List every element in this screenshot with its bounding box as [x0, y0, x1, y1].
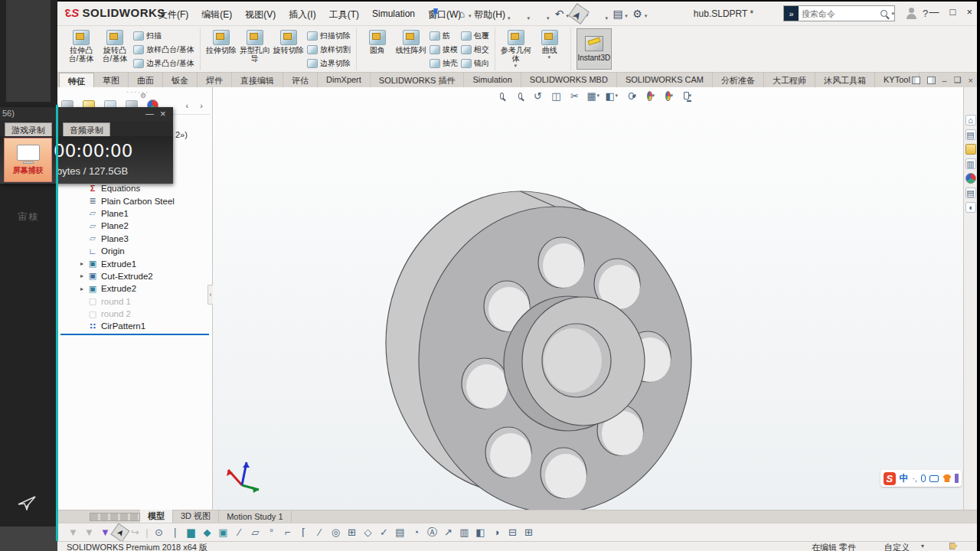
command-search[interactable]: » ▾ [783, 5, 895, 21]
tree-item[interactable]: ▸ ▣ Extrude2 [57, 282, 212, 295]
doc-restore-button[interactable]: ❏ [954, 75, 962, 85]
tree-item-label[interactable]: round 1 [101, 297, 131, 306]
tree-item[interactable]: ▱ Plane1 [57, 207, 212, 220]
status-caret-icon[interactable]: ▾ [921, 543, 924, 549]
search-icon[interactable] [880, 10, 887, 17]
rebuild-icon[interactable]: ▾ [591, 5, 609, 23]
ribbon-small-button[interactable]: 放样切割 [307, 43, 351, 57]
sketch-tool-icon[interactable]: ➤ [110, 523, 129, 542]
sketch-tool-icon[interactable]: ◇ [360, 527, 376, 538]
tree-item-label[interactable]: CirPattern1 [101, 321, 145, 331]
pane-right-icon[interactable] [927, 77, 936, 84]
appearances-icon[interactable] [965, 173, 976, 184]
ribbon-tab[interactable]: 特征 [59, 73, 94, 87]
ribbon-small-button[interactable]: 包覆 [461, 29, 489, 43]
select-cursor-icon[interactable]: ➤▾ [571, 6, 589, 21]
close-button[interactable]: × [966, 6, 972, 18]
graphics-viewport[interactable]: ↺ ◫ ✂ ▦▾ ◧▾ ▾ ▾ ▾ ▾ [213, 87, 963, 511]
sketch-tool-icon[interactable]: ✓ [376, 527, 392, 538]
tree-item[interactable]: ▱ Plane2 [57, 220, 212, 232]
sketch-tool-icon[interactable]: ◑ [488, 527, 505, 538]
sketch-tool-icon[interactable]: ⌐ [279, 527, 296, 538]
tree-item[interactable]: ≣ Plain Carbon Steel [57, 194, 212, 207]
tab-model[interactable]: 模型 [140, 510, 173, 523]
recorder-minimize-button[interactable]: — [145, 109, 154, 118]
sketch-tool-icon[interactable]: ∕ [312, 527, 328, 538]
ribbon-small-button[interactable]: 相交 [461, 43, 489, 57]
ribbon-tab[interactable]: 草图 [94, 73, 129, 87]
tab-motion-study[interactable]: Motion Study 1 [219, 511, 291, 523]
menu-item[interactable]: 工具(T) [329, 8, 359, 21]
keyboard-icon[interactable] [929, 475, 939, 482]
doc-close-button[interactable]: × [969, 76, 973, 85]
sketch-tool-icon[interactable]: ⊞ [344, 527, 360, 538]
ribbon-small-button[interactable]: 拔模 [430, 43, 458, 57]
resources-icon[interactable]: ▤ [965, 129, 976, 140]
ribbon-small-button[interactable]: 放样凸台/基体 [133, 43, 194, 57]
options-list-icon[interactable]: ▤▾ [610, 6, 628, 21]
sketch-tool-icon[interactable]: ◆ [199, 527, 215, 538]
tree-item-label[interactable]: Plain Carbon Steel [101, 197, 175, 206]
help-button[interactable]: ? [923, 8, 928, 19]
screen-capture-button[interactable]: 屏幕捕获 [4, 138, 52, 182]
doc-minimize-button[interactable]: – [942, 76, 947, 85]
sketch-tool-icon[interactable]: | [143, 527, 151, 538]
ribbon-small-button[interactable]: 边界凸台/基体 [133, 57, 194, 70]
microphone-icon[interactable] [921, 474, 926, 482]
ribbon-tab[interactable]: Simulation [464, 73, 521, 87]
skin-icon[interactable] [942, 474, 951, 482]
tree-item-label[interactable]: Extrude2 [101, 284, 136, 293]
recorder-close-button[interactable]: × [160, 108, 166, 119]
sketch-tool-icon[interactable]: ° [263, 527, 279, 538]
tab-3d-views[interactable]: 3D 视图 [173, 510, 219, 523]
minimize-button[interactable]: — [929, 6, 939, 18]
menu-item[interactable]: 文件(F) [158, 8, 188, 21]
ribbon-tab[interactable]: 钣金 [163, 73, 198, 87]
ribbon-small-button[interactable]: 边界切除 [307, 57, 351, 70]
sketch-tool-icon[interactable]: ◔ [408, 527, 424, 538]
open-file-icon[interactable]: ▾ [493, 5, 511, 23]
sketch-tool-icon[interactable]: ▆ [183, 527, 199, 538]
menu-item[interactable]: 编辑(E) [201, 8, 232, 21]
ribbon-small-button[interactable]: 镜向 [461, 57, 489, 70]
instant3d-toggle[interactable]: Instant3D [577, 28, 612, 70]
settings-gear-icon[interactable]: ⚙▾ [630, 6, 648, 21]
ribbon-big-button[interactable]: 参考几何体▾ [500, 28, 532, 69]
sketch-tool-icon[interactable]: ⊞ [521, 527, 537, 538]
tree-item[interactable]: ▱ Plane3 [57, 233, 212, 245]
sketch-tool-icon[interactable]: ↗ [440, 527, 456, 538]
ribbon-tab[interactable]: 曲面 [129, 73, 163, 87]
tree-item[interactable]: ▢ round 1 [57, 295, 212, 308]
print-icon[interactable]: ▾ [532, 5, 550, 23]
save-icon[interactable]: ▾ [513, 5, 531, 23]
forum-icon[interactable]: ◖ [965, 202, 976, 213]
design-library-icon[interactable] [965, 144, 976, 155]
tree-item-label[interactable]: Plane3 [101, 234, 129, 243]
sketch-tool-icon[interactable]: ⊟ [505, 527, 521, 538]
pin-menu-icon[interactable] [431, 8, 440, 18]
search-caret[interactable]: ▾ [891, 11, 894, 17]
ribbon-small-button[interactable]: 抽壳 [430, 57, 458, 70]
sketch-tool-icon[interactable]: ▼ [65, 527, 81, 538]
sketch-tool-icon[interactable]: ↪ [127, 527, 143, 538]
file-explorer-icon[interactable]: ▥ [965, 158, 976, 169]
ribbon-big-button[interactable]: 拉伸切除 [205, 28, 237, 63]
new-file-icon[interactable]: ▾ [474, 5, 492, 23]
sketch-tool-icon[interactable]: ▤ [392, 527, 408, 538]
sogou-logo-icon[interactable]: S [884, 472, 896, 485]
sketch-tool-icon[interactable]: ⌈ [296, 527, 312, 538]
ribbon-tab[interactable]: 焊件 [198, 73, 232, 87]
tree-item[interactable]: ▸ ▣ Cut-Extrude2 [57, 270, 212, 282]
ribbon-tab[interactable]: 直接编辑 [232, 73, 283, 87]
undo-icon[interactable]: ↶▾ [552, 6, 570, 21]
menu-item[interactable]: 视图(V) [245, 8, 276, 21]
tree-item-label[interactable]: Plane1 [101, 209, 129, 218]
tree-item-label[interactable]: Extrude1 [101, 259, 136, 269]
ribbon-tab[interactable]: SOLIDWORKS MBD [521, 73, 617, 87]
home-icon[interactable]: ⌂▾ [454, 6, 472, 21]
tag-icon[interactable] [949, 543, 957, 549]
ribbon-big-button[interactable]: 曲线▾ [534, 28, 566, 69]
sketch-tool-icon[interactable]: ▱ [247, 527, 263, 538]
ribbon-small-button[interactable]: 扫描切除 [307, 29, 351, 43]
login-user-icon[interactable] [906, 8, 918, 20]
